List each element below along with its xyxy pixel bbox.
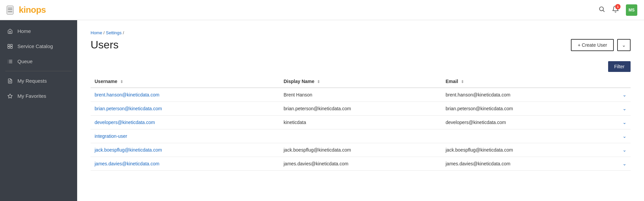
cell-display-name: jack.boespflug@kineticdata.com bbox=[280, 143, 442, 157]
cell-username[interactable]: james.davies@kineticdata.com bbox=[91, 157, 280, 171]
sidebar-item-my-favorites-label: My Favorites bbox=[17, 93, 46, 99]
sidebar-item-my-requests[interactable]: My Requests bbox=[0, 73, 77, 88]
cell-expand: ⌄ bbox=[614, 116, 631, 129]
cell-username[interactable]: developers@kineticdata.com bbox=[91, 116, 280, 129]
sidebar-item-service-catalog[interactable]: Service Catalog bbox=[0, 39, 77, 54]
cell-email: brent.hanson@kineticdata.com bbox=[442, 88, 614, 102]
filter-button[interactable]: Filter bbox=[608, 61, 631, 72]
cell-expand: ⌄ bbox=[614, 157, 631, 171]
row-expand-button[interactable]: ⌄ bbox=[623, 133, 627, 139]
page-actions: + Create User ⌄ bbox=[571, 39, 631, 51]
sort-icon-username: ⇕ bbox=[120, 80, 123, 84]
svg-rect-2 bbox=[8, 44, 9, 46]
sidebar-item-service-catalog-label: Service Catalog bbox=[17, 43, 53, 49]
chevron-down-icon: ⌄ bbox=[622, 42, 626, 48]
header-left: ☰ kinops bbox=[7, 5, 84, 15]
svg-rect-5 bbox=[10, 46, 12, 48]
svg-marker-14 bbox=[8, 94, 12, 98]
column-header-display-name: Display Name ⇕ bbox=[280, 75, 442, 88]
my-requests-icon bbox=[7, 78, 13, 84]
svg-rect-4 bbox=[8, 46, 9, 48]
column-header-email: Email ⇕ bbox=[442, 75, 614, 88]
notification-badge: 1 bbox=[615, 4, 621, 9]
sidebar-divider bbox=[5, 71, 72, 71]
app-header: ☰ kinops 1 MS bbox=[0, 0, 644, 20]
table-row: brent.hanson@kineticdata.comBrent Hanson… bbox=[91, 88, 631, 102]
cell-expand: ⌄ bbox=[614, 88, 631, 102]
svg-line-1 bbox=[603, 10, 604, 12]
row-expand-button[interactable]: ⌄ bbox=[623, 106, 627, 111]
page-header: Users + Create User ⌄ bbox=[91, 39, 631, 51]
row-expand-button[interactable]: ⌄ bbox=[623, 120, 627, 125]
search-icon bbox=[598, 6, 605, 12]
service-catalog-icon bbox=[7, 44, 13, 49]
table-row: jack.boespflug@kineticdata.comjack.boesp… bbox=[91, 143, 631, 157]
row-expand-button[interactable]: ⌄ bbox=[623, 147, 627, 153]
sidebar: Home Service Catalog Queue My Requests bbox=[0, 20, 77, 201]
home-icon bbox=[7, 29, 13, 34]
sidebar-item-queue[interactable]: Queue bbox=[0, 54, 77, 69]
sidebar-item-my-requests-label: My Requests bbox=[17, 78, 47, 84]
cell-username[interactable]: brian.peterson@kineticdata.com bbox=[91, 102, 280, 116]
table-body: brent.hanson@kineticdata.comBrent Hanson… bbox=[91, 88, 631, 171]
cell-display-name bbox=[280, 129, 442, 143]
page-actions-dropdown-button[interactable]: ⌄ bbox=[617, 39, 631, 51]
page-title: Users bbox=[91, 39, 119, 51]
sidebar-item-queue-label: Queue bbox=[17, 58, 33, 64]
cell-username[interactable]: jack.boespflug@kineticdata.com bbox=[91, 143, 280, 157]
hamburger-menu-button[interactable]: ☰ bbox=[7, 6, 13, 14]
table-row: brian.peterson@kineticdata.combrian.pete… bbox=[91, 102, 631, 116]
breadcrumb: Home / Settings / bbox=[91, 30, 631, 35]
cell-username[interactable]: integration-user bbox=[91, 129, 280, 143]
table-row: integration-user⌄ bbox=[91, 129, 631, 143]
sidebar-item-home[interactable]: Home bbox=[0, 24, 77, 39]
sidebar-item-my-favorites[interactable]: My Favorites bbox=[0, 88, 77, 104]
cell-email: developers@kineticdata.com bbox=[442, 116, 614, 129]
user-avatar[interactable]: MS bbox=[626, 4, 637, 16]
filter-row: Filter bbox=[91, 61, 631, 72]
table-row: james.davies@kineticdata.comjames.davies… bbox=[91, 157, 631, 171]
row-expand-button[interactable]: ⌄ bbox=[623, 161, 627, 166]
search-button[interactable] bbox=[598, 6, 605, 14]
table-row: developers@kineticdata.comkineticdatadev… bbox=[91, 116, 631, 129]
cell-expand: ⌄ bbox=[614, 102, 631, 116]
row-expand-button[interactable]: ⌄ bbox=[623, 92, 627, 97]
cell-username[interactable]: brent.hanson@kineticdata.com bbox=[91, 88, 280, 102]
cell-display-name: kineticdata bbox=[280, 116, 442, 129]
cell-email: brian.peterson@kineticdata.com bbox=[442, 102, 614, 116]
sort-icon-email: ⇕ bbox=[461, 80, 464, 84]
header-right: 1 MS bbox=[84, 4, 637, 16]
cell-email: jack.boespflug@kineticdata.com bbox=[442, 143, 614, 157]
breadcrumb-sep2: / bbox=[123, 30, 124, 35]
main-content: Home / Settings / Users + Create User ⌄ … bbox=[77, 20, 644, 201]
cell-expand: ⌄ bbox=[614, 129, 631, 143]
cell-display-name: brian.peterson@kineticdata.com bbox=[280, 102, 442, 116]
queue-icon bbox=[7, 59, 13, 64]
table-header: Username ⇕ Display Name ⇕ Email ⇕ bbox=[91, 75, 631, 88]
svg-rect-3 bbox=[10, 44, 12, 46]
notification-button[interactable]: 1 bbox=[612, 5, 619, 14]
cell-display-name: james.davies@kineticdata.com bbox=[280, 157, 442, 171]
cell-email: james.davies@kineticdata.com bbox=[442, 157, 614, 171]
table-header-row: Username ⇕ Display Name ⇕ Email ⇕ bbox=[91, 75, 631, 88]
breadcrumb-home[interactable]: Home bbox=[91, 30, 102, 35]
main-layout: Home Service Catalog Queue My Requests bbox=[0, 20, 644, 201]
create-user-button[interactable]: + Create User bbox=[571, 39, 614, 51]
cell-email bbox=[442, 129, 614, 143]
column-header-username: Username ⇕ bbox=[91, 75, 280, 88]
cell-display-name: Brent Hanson bbox=[280, 88, 442, 102]
breadcrumb-settings[interactable]: Settings bbox=[106, 30, 122, 35]
sidebar-item-home-label: Home bbox=[17, 28, 31, 34]
column-header-action bbox=[614, 75, 631, 88]
breadcrumb-sep1: / bbox=[103, 30, 106, 35]
star-icon bbox=[7, 93, 13, 99]
sort-icon-display-name: ⇕ bbox=[317, 80, 320, 84]
app-logo: kinops bbox=[19, 5, 46, 15]
users-table: Username ⇕ Display Name ⇕ Email ⇕ brent.… bbox=[91, 75, 631, 171]
cell-expand: ⌄ bbox=[614, 143, 631, 157]
